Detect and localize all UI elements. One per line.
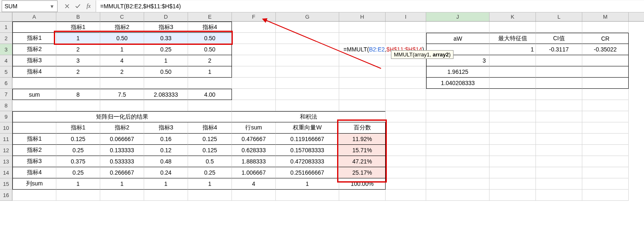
cell-D8[interactable]: [144, 100, 188, 111]
cell-F1[interactable]: [232, 22, 276, 33]
cell-E2[interactable]: 0.50: [188, 33, 232, 44]
cell-J13[interactable]: [426, 156, 490, 167]
cell-J10[interactable]: [426, 122, 490, 134]
cell-L2[interactable]: CI值: [536, 33, 582, 44]
cell-K5[interactable]: [490, 66, 536, 78]
cell-G8[interactable]: [276, 100, 339, 111]
cell-C3[interactable]: 1: [100, 44, 144, 55]
cell-E10[interactable]: 指标4: [188, 122, 232, 134]
cell-C13[interactable]: 0.533333: [100, 156, 144, 167]
cell-A8[interactable]: [12, 100, 56, 111]
row-header-3[interactable]: 3: [0, 44, 12, 55]
cell-J12[interactable]: [426, 145, 490, 156]
cell-D6[interactable]: [144, 78, 188, 89]
cell-F6[interactable]: [232, 78, 276, 89]
cell-G2[interactable]: [276, 33, 339, 44]
cell-L3[interactable]: -0.3117: [536, 44, 582, 55]
cell-F8[interactable]: [232, 100, 276, 111]
cell-C2[interactable]: 0.50: [100, 33, 144, 44]
cell-K12[interactable]: [490, 145, 536, 156]
cell-C4[interactable]: 4: [100, 55, 144, 66]
cell-B4[interactable]: 3: [56, 55, 100, 66]
cell-H11[interactable]: 11.92%: [339, 134, 386, 145]
cell-L15[interactable]: [536, 178, 582, 190]
cell-J14[interactable]: [426, 167, 490, 178]
cell-B1[interactable]: 指标1: [56, 22, 100, 33]
cell-D13[interactable]: 0.48: [144, 156, 188, 167]
cell-L1[interactable]: [536, 22, 582, 33]
cell-G14[interactable]: 0.251666667: [276, 167, 339, 178]
chevron-down-icon[interactable]: ▾: [49, 3, 55, 10]
cell-H12[interactable]: 15.71%: [339, 145, 386, 156]
cell-E12[interactable]: 0.125: [188, 145, 232, 156]
cell-L4[interactable]: [536, 55, 582, 66]
cell-B3[interactable]: 2: [56, 44, 100, 55]
cell-F15[interactable]: 4: [232, 178, 276, 190]
cell-M14[interactable]: [582, 167, 629, 178]
cell-I11[interactable]: [386, 134, 426, 145]
cell-H2[interactable]: [339, 33, 386, 44]
col-header-F[interactable]: F: [232, 12, 276, 21]
cell-J8[interactable]: [426, 100, 490, 111]
cell-J11[interactable]: [426, 134, 490, 145]
cell-M2[interactable]: CR: [582, 33, 629, 44]
cell-K13[interactable]: [490, 156, 536, 167]
cell-D10[interactable]: 指标3: [144, 122, 188, 134]
cell-F12[interactable]: 0.628333: [232, 145, 276, 156]
cell-J2[interactable]: aW: [426, 33, 490, 44]
cell-E15[interactable]: 1: [188, 178, 232, 190]
cell-K2[interactable]: 最大特征值: [490, 33, 536, 44]
cell-C11[interactable]: 0.066667: [100, 134, 144, 145]
cell-F4[interactable]: [232, 55, 276, 66]
cell-A1[interactable]: [12, 22, 56, 33]
col-header-D[interactable]: D: [144, 12, 188, 21]
cell-E1[interactable]: 指标4: [188, 22, 232, 33]
cell-C10[interactable]: 指标2: [100, 122, 144, 134]
cell-M6[interactable]: [582, 78, 629, 89]
col-header-B[interactable]: B: [56, 12, 100, 21]
cell-A9-E9-merged[interactable]: 矩阵归一化后的结果: [12, 111, 232, 122]
cell-L11[interactable]: [536, 134, 582, 145]
cell-A6[interactable]: [12, 78, 56, 89]
cell-I8[interactable]: [386, 100, 426, 111]
insert-function-button[interactable]: fx: [83, 0, 94, 12]
cell-H1[interactable]: [339, 22, 386, 33]
cell-E13[interactable]: 0.5: [188, 156, 232, 167]
cell-D3[interactable]: 0.25: [144, 44, 188, 55]
cell-J9[interactable]: [426, 111, 490, 122]
cell-H8[interactable]: [339, 100, 386, 111]
cell-G11[interactable]: 0.119166667: [276, 134, 339, 145]
col-header-L[interactable]: L: [536, 12, 582, 21]
col-header-C[interactable]: C: [100, 12, 144, 21]
cell-L8[interactable]: [536, 100, 582, 111]
cell-K8[interactable]: [490, 100, 536, 111]
cell-B5[interactable]: 2: [56, 66, 100, 78]
cell-A14[interactable]: 指标4: [12, 167, 56, 178]
cell-D7[interactable]: 2.083333: [144, 89, 188, 100]
cell-K16[interactable]: [490, 190, 536, 201]
cell-E4[interactable]: 2: [188, 55, 232, 66]
cell-I14[interactable]: [386, 167, 426, 178]
cell-J16[interactable]: [426, 190, 490, 201]
cell-B8[interactable]: [56, 100, 100, 111]
cell-A16[interactable]: [12, 190, 56, 201]
cell-J5[interactable]: 1.96125: [426, 66, 490, 78]
cell-A5[interactable]: 指标4: [12, 66, 56, 78]
cell-D14[interactable]: 0.24: [144, 167, 188, 178]
col-header-M[interactable]: M: [582, 12, 629, 21]
col-header-I[interactable]: I: [386, 12, 426, 21]
cell-G6[interactable]: [276, 78, 339, 89]
cell-M13[interactable]: [582, 156, 629, 167]
cell-I12[interactable]: [386, 145, 426, 156]
confirm-formula-button[interactable]: [72, 0, 83, 12]
cell-C15[interactable]: 1: [100, 178, 144, 190]
row-header-13[interactable]: 13: [0, 156, 12, 167]
cell-A3[interactable]: 指标2: [12, 44, 56, 55]
cell-E11[interactable]: 0.125: [188, 134, 232, 145]
cell-G7[interactable]: [276, 89, 339, 100]
cell-E8[interactable]: [188, 100, 232, 111]
cell-E6[interactable]: [188, 78, 232, 89]
cell-G12[interactable]: 0.157083333: [276, 145, 339, 156]
cell-L13[interactable]: [536, 156, 582, 167]
cell-F9-H9-merged[interactable]: 和积法: [232, 111, 386, 122]
